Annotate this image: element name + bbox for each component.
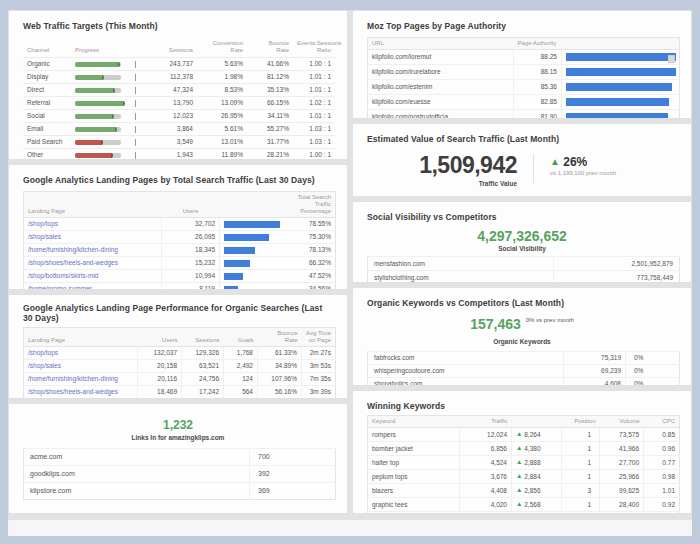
bounce-value: 35.13% xyxy=(247,84,293,97)
users-bar-cell xyxy=(220,244,286,257)
social-competitors-table: mensfashion.com 2,501,952,879 stylishclo… xyxy=(367,256,680,283)
landing-pages-search-traffic-panel: Google Analytics Landing Pages by Total … xyxy=(8,164,348,290)
users-bar xyxy=(224,273,243,280)
traffic-change-value: 2,568 xyxy=(524,501,540,508)
links-in-panel: 1,232 Links In for amazingklips.com acme… xyxy=(8,403,348,514)
cpc-value: 0.92 xyxy=(644,498,680,512)
sessions-value: 1,943 xyxy=(147,149,197,161)
table-row: klipfolio.com/nostrudofficia 81.90 xyxy=(368,110,680,120)
channel-label: Display xyxy=(23,71,71,84)
estimated-search-value-panel: Estimated Value of Search Traffic (Last … xyxy=(352,123,692,197)
links-in-value: 1,232 xyxy=(9,418,347,432)
traffic-change-value: 2,884 xyxy=(524,473,540,480)
users-value: 18,345 xyxy=(162,244,220,257)
ratio-value: 1.00 : 1 xyxy=(293,149,335,161)
col-goals: Goals xyxy=(224,328,258,347)
url-label: klipfolio.com/nostrudofficia xyxy=(368,110,514,120)
sessions-value: 3,549 xyxy=(147,136,197,149)
channel-label: Email xyxy=(23,123,71,136)
landing-page-link[interactable]: /shop/shoes/heels-and-wedges xyxy=(28,259,118,266)
cpc-value: 1.64 xyxy=(644,512,680,515)
up-triangle-icon: ▲ xyxy=(516,430,522,437)
col-users: Users xyxy=(138,328,182,347)
traffic-change-value: 2,888 xyxy=(524,459,540,466)
table-row: Direct 47,324 8.53% 35.13% 1.01 : 1 xyxy=(23,84,335,97)
users-value: 16,207 xyxy=(138,399,182,400)
count-value: 392 xyxy=(250,466,336,483)
page-authority-value: 88.15 xyxy=(514,65,562,80)
table-header-row: Channel Progress Sessions Conversion Rat… xyxy=(23,37,335,58)
table-row: Referral 13,790 13.09% 66.15% 1.02 : 1 xyxy=(23,97,335,110)
cpc-value: 1.01 xyxy=(644,484,680,498)
table-header-row: Landing Page Users Total Search Traffic … xyxy=(24,192,336,218)
sessions-value: 17,242 xyxy=(182,386,224,399)
traffic-change-value: 4,380 xyxy=(524,445,540,452)
target-tick xyxy=(135,113,136,120)
landing-page-link[interactable]: /home/promo-summer xyxy=(28,285,92,290)
target-tick xyxy=(135,74,136,81)
winning-keywords-table: Keyword Traffic Position Volume CPC romp… xyxy=(367,415,680,514)
target-tick xyxy=(135,100,136,107)
ratio-value: 1.00 : 1 xyxy=(293,58,335,71)
page-authority-value: 88.25 xyxy=(514,50,562,65)
table-row: /shop/shoes/heels-and-wedges 18,469 17,2… xyxy=(24,386,336,399)
bounce-value: 107.96% xyxy=(258,373,302,386)
ratio-value: 1.01 : 1 xyxy=(293,71,335,84)
table-row: graphic tees 4,020 ▲ 2,568 1 28,400 0.92 xyxy=(368,498,680,512)
progress-cell xyxy=(71,123,147,136)
scrollbar-thumb[interactable] xyxy=(668,55,675,63)
target-tick xyxy=(135,87,136,94)
organic-keywords-label: Organic Keywords xyxy=(353,338,691,345)
landing-page-link[interactable]: /shop/sales xyxy=(28,233,61,240)
table-row: Paid Search 3,549 13.01% 31.77% 1.03 : 1 xyxy=(23,136,335,149)
table-row: /shop/sales 20,158 63,521 2,492 34.89% 3… xyxy=(24,360,336,373)
progress-cell xyxy=(71,71,147,84)
page-authority-bar xyxy=(566,53,676,61)
panel-title: Moz Top Pages by Page Authority xyxy=(353,11,691,37)
sessions-value: 63,521 xyxy=(182,360,224,373)
traffic-change-value: 8,264 xyxy=(524,431,540,438)
keyword-label: bomber jacket xyxy=(368,442,460,456)
bounce-value: 89.92% xyxy=(258,399,302,400)
table-row: whisperingcoutoure.com 69,239 0% xyxy=(368,365,680,378)
users-bar xyxy=(224,247,255,254)
domain-label: fabfrocks.com xyxy=(368,352,564,365)
position-value: 3 xyxy=(562,484,600,498)
landing-page-link[interactable]: /shop/tops xyxy=(28,220,58,227)
progress-bar xyxy=(75,114,114,119)
landing-page-link[interactable]: /shop/bottoms/skirts-mid xyxy=(28,272,98,279)
landing-page-link[interactable]: /shop/sales xyxy=(28,362,61,369)
landing-page-link[interactable]: /home/furnishing/kitchen-dining xyxy=(28,246,118,253)
cpc-value: 0.77 xyxy=(644,456,680,470)
up-triangle-icon: ▲ xyxy=(516,486,522,493)
traffic-pct-value: 34.56% xyxy=(286,283,336,291)
table-row: blazers 4,408 ▲ 2,856 3 99,625 1.01 xyxy=(368,484,680,498)
traffic-value: 6,856 xyxy=(460,442,512,456)
dashboard-canvas: Web Traffic Targets (This Month) Channel… xyxy=(8,10,692,536)
domain-label: stylishclothing.com xyxy=(368,271,554,284)
panel-title: Winning Keywords xyxy=(353,391,691,415)
landing-page-cell: /shop/sales xyxy=(24,231,162,244)
progress-bar xyxy=(75,127,117,132)
landing-page-cell: /shop/tops xyxy=(24,347,138,360)
progress-cell xyxy=(71,84,147,97)
traffic-change-value: 2,856 xyxy=(524,487,540,494)
col-url: URL xyxy=(368,38,514,50)
users-bar xyxy=(224,221,280,228)
avg-time-value: 7m 9s xyxy=(302,399,336,400)
users-value: 18,469 xyxy=(138,386,182,399)
page-authority-bar-cell xyxy=(562,110,680,120)
up-triangle-icon: ▲ xyxy=(516,458,522,465)
table-row: mensfashion.com 2,501,952,879 xyxy=(368,257,680,271)
progress-cell xyxy=(71,136,147,149)
table-row: klipstore.com 369 xyxy=(24,483,336,500)
panel-title: Social Visibility vs Competitors xyxy=(353,202,691,228)
traffic-change-cell: ▲ 2,856 xyxy=(512,484,562,498)
landing-page-link[interactable]: /shop/shoes/heels-and-wedges xyxy=(28,388,118,395)
landing-page-link[interactable]: /home/furnishing/kitchen-dining xyxy=(28,375,118,382)
conversion-value: 26.95% xyxy=(197,110,247,123)
users-value: 15,232 xyxy=(162,257,220,270)
col-conversion-rate: Conversion Rate xyxy=(197,37,247,58)
url-label: klipfolio.com/estenim xyxy=(368,80,514,95)
landing-page-link[interactable]: /shop/tops xyxy=(28,349,58,356)
